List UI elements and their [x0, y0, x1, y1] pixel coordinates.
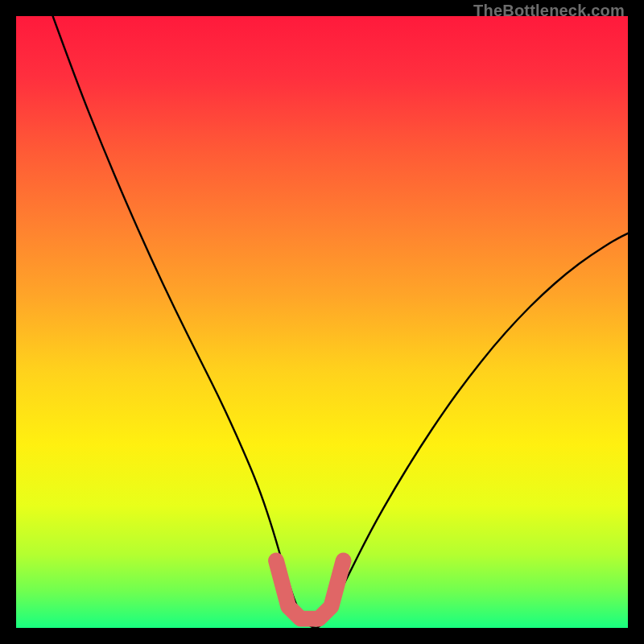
- chart-frame: TheBottleneck.com: [0, 0, 644, 644]
- chart-svg: [16, 16, 628, 628]
- gradient-background: [16, 16, 628, 628]
- plot-area: [16, 16, 628, 628]
- watermark-text: TheBottleneck.com: [473, 2, 625, 20]
